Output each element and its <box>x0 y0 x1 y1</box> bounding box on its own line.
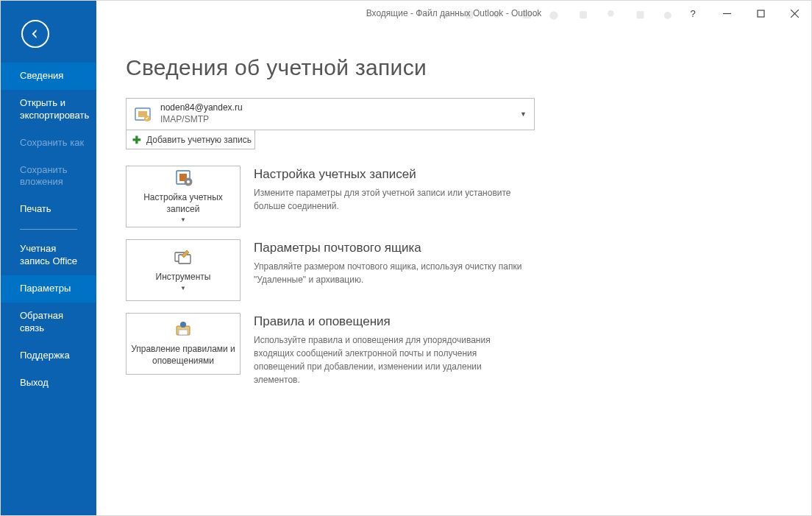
sidebar-item-print[interactable]: Печать <box>1 196 96 223</box>
section-desc: Управляйте размером почтового ящика, исп… <box>254 260 526 286</box>
plus-icon: ✚ <box>132 134 141 146</box>
svg-rect-10 <box>758 10 764 17</box>
sidebar-separator <box>20 229 77 230</box>
section-rules-alerts: Управление правилами и оповещениями Прав… <box>126 313 782 386</box>
section-text: Параметры почтового ящика Управляйте раз… <box>254 239 526 301</box>
minimize-icon <box>723 10 731 18</box>
sidebar-item-save-attachments: Сохранить вложения <box>1 157 96 197</box>
maximize-icon <box>757 10 765 18</box>
minimize-button[interactable] <box>710 1 744 26</box>
account-dropdown[interactable]: noden84@yandex.ru IMAP/SMTP ▼ <box>126 98 535 130</box>
sidebar-item-support[interactable]: Поддержка <box>1 342 96 370</box>
content: Сведения об учетной записи noden84@yande… <box>96 26 811 413</box>
chevron-down-icon: ▼ <box>180 285 186 292</box>
svg-point-6 <box>608 10 613 16</box>
sidebar-item-info[interactable]: Сведения <box>1 63 96 90</box>
close-button[interactable] <box>777 1 811 26</box>
app-window: Сведения Открыть и экспортировать Сохран… <box>0 0 812 516</box>
help-button[interactable]: ? <box>676 1 710 26</box>
backstage-sidebar: Сведения Открыть и экспортировать Сохран… <box>1 1 96 515</box>
section-text: Настройка учетных записей Измените парам… <box>254 166 526 227</box>
svg-point-19 <box>187 180 190 183</box>
svg-rect-25 <box>182 322 184 324</box>
back-button[interactable] <box>21 20 49 48</box>
maximize-button[interactable] <box>744 1 777 26</box>
svg-rect-5 <box>580 11 587 18</box>
section-title: Правила и оповещения <box>254 314 526 329</box>
sidebar-item-exit[interactable]: Выход <box>1 370 96 397</box>
tile-label: Настройка учетных записей <box>131 192 235 215</box>
page-title: Сведения об учетной записи <box>126 55 782 80</box>
svg-rect-7 <box>637 11 644 18</box>
tile-label: Инструменты <box>156 272 211 283</box>
window-title: Входящие - Файл данных Outlook - Outlook <box>366 8 542 18</box>
svg-point-4 <box>549 11 558 19</box>
section-title: Настройка учетных записей <box>254 167 526 182</box>
account-protocol: IMAP/SMTP <box>160 114 243 126</box>
tools-icon <box>172 248 194 267</box>
sidebar-item-feedback[interactable]: Обратная связь <box>1 303 96 342</box>
chevron-down-icon: ▼ <box>180 216 186 224</box>
sidebar-item-office-account[interactable]: Учетная запись Office <box>1 236 96 275</box>
tile-account-settings[interactable]: Настройка учетных записей ▼ <box>126 166 241 227</box>
sidebar-item-options[interactable]: Параметры <box>1 275 96 303</box>
section-account-settings: Настройка учетных записей ▼ Настройка уч… <box>126 166 782 227</box>
arrow-left-icon <box>29 27 42 40</box>
add-account-button[interactable]: ✚ Добавить учетную запись <box>126 130 255 149</box>
section-desc: Измените параметры для этой учетной запи… <box>254 186 526 213</box>
section-title: Параметры почтового ящика <box>254 241 526 255</box>
svg-point-8 <box>664 12 672 19</box>
chevron-down-icon: ▼ <box>520 110 527 118</box>
tile-tools[interactable]: Инструменты ▼ <box>126 239 241 301</box>
rules-alerts-icon <box>172 320 194 339</box>
section-desc: Используйте правила и оповещения для упо… <box>254 333 526 386</box>
window-controls: ? <box>676 1 811 26</box>
add-account-label: Добавить учетную запись <box>146 135 252 145</box>
section-text: Правила и оповещения Используйте правила… <box>254 313 526 386</box>
sidebar-item-open-export[interactable]: Открыть и экспортировать <box>1 90 96 130</box>
tile-label: Управление правилами и оповещениями <box>131 344 235 367</box>
tile-rules-alerts[interactable]: Управление правилами и оповещениями <box>126 313 241 375</box>
titlebar: Входящие - Файл данных Outlook - Outlook… <box>96 1 811 26</box>
close-icon <box>791 10 799 18</box>
account-icon <box>132 104 153 124</box>
account-text: noden84@yandex.ru IMAP/SMTP <box>160 102 243 125</box>
account-settings-icon <box>172 169 194 188</box>
main-area: Входящие - Файл данных Outlook - Outlook… <box>96 1 811 515</box>
account-email: noden84@yandex.ru <box>160 102 243 114</box>
sidebar-item-save-as: Сохранить как <box>1 130 96 157</box>
section-mailbox-settings: Инструменты ▼ Параметры почтового ящика … <box>126 239 782 301</box>
svg-rect-23 <box>179 330 188 335</box>
